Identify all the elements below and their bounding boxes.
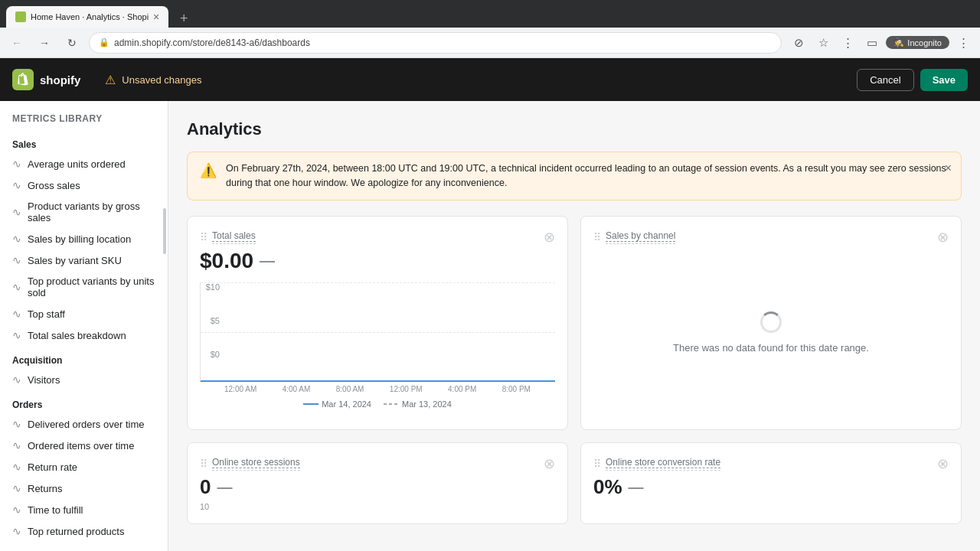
chart-baseline [201,380,555,382]
unsaved-changes-badge: ⚠ Unsaved changes [105,73,201,87]
toolbar-actions: ⊘ ☆ ⋮ ▭ 🕵 Incognito ⋮ [788,32,974,54]
bookmark-icon[interactable]: ☆ [812,32,834,54]
drag-handle-icon-2[interactable]: ⠿ [593,231,601,243]
tab-close-button[interactable]: × [153,11,159,23]
chart-icon-6: ∿ [12,281,21,293]
total-sales-close-button[interactable]: ⊗ [544,229,555,246]
reload-button[interactable]: ↻ [61,32,83,54]
tab-title: Home Haven · Analytics · Shopi [31,12,149,21]
sidebar-item-delivered-orders[interactable]: ∿ Delivered orders over time [0,413,168,435]
address-bar[interactable]: 🔒 admin.shopify.com/store/de8143-a6/dash… [89,32,782,54]
menu-icon[interactable]: ⋮ [837,32,858,54]
sales-by-channel-body: There was no data found for this date ra… [593,249,949,417]
sidebar-item-time-to-fulfill[interactable]: ∿ Time to fulfill [0,499,168,520]
cast-icon[interactable]: ▭ [861,32,883,54]
sidebar-item-avg-units[interactable]: ∿ Average units ordered [0,153,168,174]
sidebar-title: Metrics library [0,101,168,130]
total-sales-value: $0.00 — [200,249,555,273]
total-sales-chart: $10 $5 $0 12:00 AM 4:00 AM 8:0 [200,282,555,405]
chart-icon: ∿ [12,158,21,170]
total-sales-widget: ⠿ Total sales ⊗ $0.00 — $10 $5 [187,216,568,430]
sessions-dash: — [217,478,232,496]
chart-icon-2: ∿ [12,179,21,191]
return-icon: ∿ [12,461,21,473]
sidebar-section-orders: Orders [0,390,168,413]
header-actions: Cancel Save [857,69,968,91]
sidebar-item-sales-sku[interactable]: ∿ Sales by variant SKU [0,249,168,271]
cancel-button[interactable]: Cancel [857,69,913,91]
chart-legend: Mar 14, 2024 Mar 13, 2024 [200,399,555,409]
sidebar-item-sales-billing[interactable]: ∿ Sales by billing location [0,228,168,249]
chart-icon-5: ∿ [12,254,21,266]
drag-handle-icon[interactable]: ⠿ [200,231,207,243]
sidebar-item-visitors[interactable]: ∿ Visitors [0,369,168,390]
warning-icon: ⚠ [105,73,116,87]
sidebar-item-top-returned[interactable]: ∿ Top returned products [0,520,168,542]
sessions-chart-placeholder: 10 [200,502,555,511]
chart-icon-7: ∿ [12,308,21,320]
chart-icon-8: ∿ [12,329,21,341]
sidebar: Metrics library Sales ∿ Average units or… [0,101,168,551]
tab-favicon [15,11,26,22]
conversion-dash: — [629,478,644,496]
legend-item-yesterday: Mar 13, 2024 [384,399,452,409]
browser-tab-active[interactable]: Home Haven · Analytics · Shopi × [6,6,168,28]
loading-spinner [760,311,782,333]
legend-line-solid [303,403,318,405]
sales-by-channel-title: Sales by channel [606,230,675,244]
conversion-rate-widget: ⠿ Online store conversion rate ⊗ 0% — [580,442,962,524]
shopify-logo: shopify [12,69,80,90]
unsaved-label: Unsaved changes [122,74,201,86]
dashboard-grid: ⠿ Total sales ⊗ $0.00 — $10 $5 [187,216,962,430]
alert-close-button[interactable]: × [945,161,952,175]
orders-icon: ∿ [12,418,21,430]
conversion-close-button[interactable]: ⊗ [937,455,949,472]
sidebar-item-top-variants[interactable]: ∿ Top product variants by units sold [0,271,168,303]
sidebar-section-sales: Sales [0,130,168,153]
conversion-value: 0% — [593,475,949,499]
bottom-widgets-row: ⠿ Online store sessions ⊗ 0 — 10 [187,442,962,524]
sessions-close-button[interactable]: ⊗ [544,455,555,472]
new-tab-button[interactable]: + [175,9,193,28]
sidebar-item-ordered-items[interactable]: ∿ Ordered items over time [0,435,168,456]
orders-icon-2: ∿ [12,439,21,452]
online-store-sessions-widget: ⠿ Online store sessions ⊗ 0 — 10 [187,442,568,524]
main-content: Analytics ⚠️ On February 27th, 2024, bet… [168,101,980,551]
legend-item-today: Mar 14, 2024 [303,399,371,409]
back-button[interactable]: ← [6,32,28,54]
browser-tab-bar: Home Haven · Analytics · Shopi × + [0,0,980,28]
sessions-value: 0 — [200,475,555,499]
alert-text: On February 27th, 2024, between 18:00 UT… [226,161,949,191]
forward-button[interactable]: → [34,32,55,54]
chrome-menu-icon[interactable]: ⋮ [952,32,974,54]
sidebar-section-acquisition: Acquisition [0,346,168,369]
returns-icon: ∿ [12,482,21,494]
visitors-icon: ∿ [12,373,21,386]
sessions-title: Online store sessions [212,457,300,471]
chart-x-axis: 12:00 AM 4:00 AM 8:00 AM 12:00 PM 4:00 P… [200,382,555,393]
chart-plot-area [200,282,555,382]
sales-by-channel-header: ⠿ Sales by channel ⊗ [593,229,949,246]
sidebar-item-return-rate[interactable]: ∿ Return rate [0,456,168,478]
drag-handle-icon-4[interactable]: ⠿ [593,458,601,470]
extensions-icon[interactable]: ⊘ [788,32,809,54]
time-icon: ∿ [12,504,21,516]
sales-by-channel-widget: ⠿ Sales by channel ⊗ There was no data f… [580,216,962,430]
sidebar-item-total-breakdown[interactable]: ∿ Total sales breakdown [0,324,168,346]
sidebar-item-top-staff[interactable]: ∿ Top staff [0,303,168,324]
sessions-header: ⠿ Online store sessions ⊗ [200,455,555,472]
alert-banner: ⚠️ On February 27th, 2024, between 18:00… [187,152,962,201]
drag-handle-icon-3[interactable]: ⠿ [200,458,207,470]
top-returned-icon: ∿ [12,525,21,537]
incognito-button[interactable]: 🕵 Incognito [886,36,949,49]
app-header: shopify ⚠ Unsaved changes Cancel Save [0,58,980,101]
save-button[interactable]: Save [920,69,968,91]
sales-by-channel-close-button[interactable]: ⊗ [937,229,949,246]
sidebar-item-returns[interactable]: ∿ Returns [0,478,168,499]
sidebar-item-gross-sales[interactable]: ∿ Gross sales [0,174,168,196]
browser-toolbar: ← → ↻ 🔒 admin.shopify.com/store/de8143-a… [0,28,980,58]
page-title: Analytics [187,119,962,139]
alert-warning-icon: ⚠️ [200,162,217,179]
total-sales-title: Total sales [212,230,256,244]
sidebar-item-product-variants[interactable]: ∿ Product variants by gross sales [0,196,168,228]
